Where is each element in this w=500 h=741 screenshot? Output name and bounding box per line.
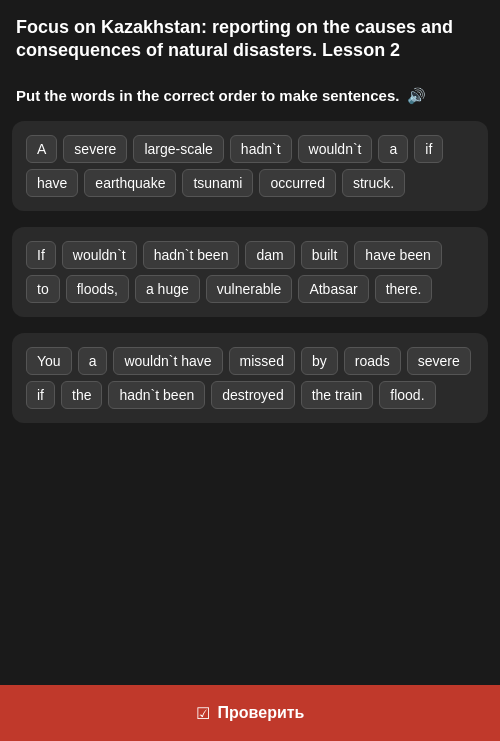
header: Focus on Kazakhstan: reporting on the ca… bbox=[0, 0, 500, 75]
word-chip[interactable]: tsunami bbox=[182, 169, 253, 197]
word-chip[interactable]: by bbox=[301, 347, 338, 375]
word-chip[interactable]: severe bbox=[407, 347, 471, 375]
word-chip[interactable]: a bbox=[78, 347, 108, 375]
word-chip[interactable]: there. bbox=[375, 275, 433, 303]
word-chip[interactable]: occurred bbox=[259, 169, 335, 197]
word-chip[interactable]: vulnerable bbox=[206, 275, 293, 303]
word-chip[interactable]: large-scale bbox=[133, 135, 223, 163]
check-button-label: Проверить bbox=[218, 704, 305, 722]
word-chip[interactable]: floods, bbox=[66, 275, 129, 303]
word-chip[interactable]: struck. bbox=[342, 169, 405, 197]
word-chips-2: Ifwouldn`thadn`t beendambuilthave beento… bbox=[26, 241, 474, 303]
word-chip[interactable]: have been bbox=[354, 241, 441, 269]
word-chip[interactable]: dam bbox=[245, 241, 294, 269]
word-chip[interactable]: hadn`t been bbox=[143, 241, 240, 269]
word-chip[interactable]: hadn`t bbox=[230, 135, 292, 163]
word-chip[interactable]: have bbox=[26, 169, 78, 197]
word-chip[interactable]: wouldn`t bbox=[62, 241, 137, 269]
sentence-box-1: Aseverelarge-scalehadn`twouldn`taifhavee… bbox=[12, 121, 488, 211]
word-chip[interactable]: If bbox=[26, 241, 56, 269]
page-title: Focus on Kazakhstan: reporting on the ca… bbox=[16, 16, 484, 63]
word-chip[interactable]: severe bbox=[63, 135, 127, 163]
word-chip[interactable]: a huge bbox=[135, 275, 200, 303]
word-chip[interactable]: missed bbox=[229, 347, 295, 375]
word-chip[interactable]: a bbox=[378, 135, 408, 163]
content-area: Aseverelarge-scalehadn`twouldn`taifhavee… bbox=[0, 113, 500, 741]
word-chips-3: Youawouldn`t havemissedbyroadssevereifth… bbox=[26, 347, 474, 409]
instruction-text: Put the words in the correct order to ma… bbox=[16, 87, 484, 105]
word-chip[interactable]: if bbox=[414, 135, 443, 163]
speaker-icon[interactable]: 🔊 bbox=[407, 87, 426, 105]
word-chip[interactable]: flood. bbox=[379, 381, 435, 409]
word-chip[interactable]: You bbox=[26, 347, 72, 375]
word-chip[interactable]: wouldn`t have bbox=[113, 347, 222, 375]
word-chip[interactable]: Atbasar bbox=[298, 275, 368, 303]
check-button[interactable]: ☑ Проверить bbox=[0, 685, 500, 741]
instruction-label: Put the words in the correct order to ma… bbox=[16, 87, 399, 104]
word-chip[interactable]: A bbox=[26, 135, 57, 163]
check-icon: ☑ bbox=[196, 704, 210, 723]
sentence-box-3: Youawouldn`t havemissedbyroadssevereifth… bbox=[12, 333, 488, 423]
word-chip[interactable]: the bbox=[61, 381, 102, 409]
word-chip[interactable]: the train bbox=[301, 381, 374, 409]
word-chip[interactable]: destroyed bbox=[211, 381, 294, 409]
word-chip[interactable]: hadn`t been bbox=[108, 381, 205, 409]
word-chip[interactable]: built bbox=[301, 241, 349, 269]
word-chip[interactable]: roads bbox=[344, 347, 401, 375]
word-chip[interactable]: to bbox=[26, 275, 60, 303]
instruction-area: Put the words in the correct order to ma… bbox=[0, 75, 500, 113]
word-chip[interactable]: earthquake bbox=[84, 169, 176, 197]
word-chip[interactable]: if bbox=[26, 381, 55, 409]
sentence-box-2: Ifwouldn`thadn`t beendambuilthave beento… bbox=[12, 227, 488, 317]
word-chip[interactable]: wouldn`t bbox=[298, 135, 373, 163]
word-chips-1: Aseverelarge-scalehadn`twouldn`taifhavee… bbox=[26, 135, 474, 197]
